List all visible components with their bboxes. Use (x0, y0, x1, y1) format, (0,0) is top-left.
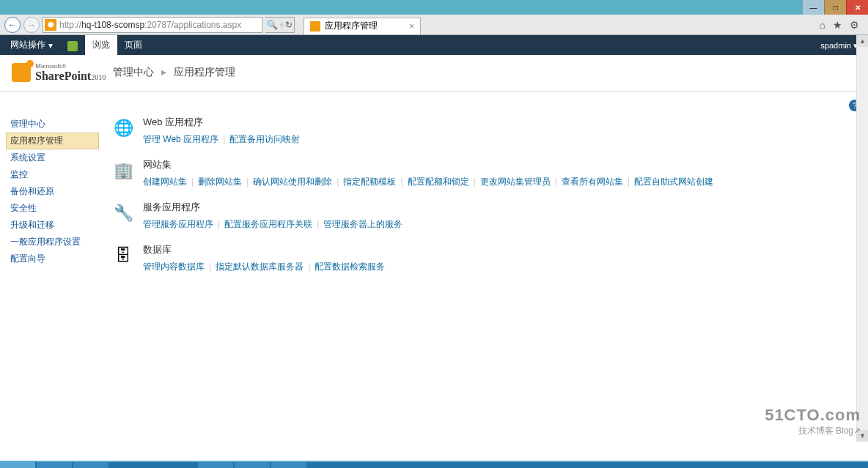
link-separator: | (246, 177, 249, 187)
section-2: 🔧服务应用程序管理服务应用程序|配置服务应用程序关联|管理服务器上的服务 (111, 201, 856, 231)
refresh-icon: ↻ (285, 20, 293, 30)
ribbon-bar: 网站操作▾ 浏览 页面 spadmin ▾ (0, 35, 868, 55)
content: 🌐Web 应用程序管理 Web 应用程序|配置备用访问映射🏢网站集创建网站集|删… (99, 116, 868, 297)
section-link[interactable]: 指定默认数据库服务器 (216, 261, 304, 272)
section-link[interactable]: 更改网站集管理员 (480, 177, 551, 187)
sidebar-item-5[interactable]: 安全性 (6, 200, 99, 217)
titlebar-spacer (0, 0, 802, 15)
sidebar-item-7[interactable]: 一般应用程序设置 (6, 234, 99, 250)
ie-toolbar: ← → ⬢ http://hq-t108-scomsp:20787/applic… (0, 15, 868, 35)
logo-sharepoint: SharePoint (35, 70, 91, 82)
search-refresh[interactable]: 🔍 ▾ ↻ (265, 17, 295, 33)
section-link[interactable]: 查看所有网站集 (562, 177, 623, 187)
section-0: 🌐Web 应用程序管理 Web 应用程序|配置备用访问映射 (111, 116, 856, 146)
breadcrumb-current: 应用程序管理 (174, 66, 235, 78)
taskbar-item[interactable] (198, 462, 233, 468)
address-bar[interactable]: ⬢ http://hq-t108-scomsp:20787/applicatio… (43, 17, 262, 33)
tab-title: 应用程序管理 (325, 20, 378, 32)
sidebar-item-6[interactable]: 升级和迁移 (6, 217, 99, 234)
section-link[interactable]: 管理服务器上的服务 (323, 219, 402, 229)
ie-right-icons: ⌂ ★ ⚙ (820, 19, 864, 31)
divider (0, 92, 868, 92)
breadcrumb-home[interactable]: 管理中心 (113, 66, 154, 78)
sharepoint-glyph-icon (12, 63, 31, 82)
link-separator: | (191, 177, 194, 187)
link-separator: | (336, 177, 339, 187)
link-separator: | (317, 219, 319, 229)
link-separator: | (223, 134, 225, 144)
taskbar-item[interactable] (73, 462, 108, 468)
section-link[interactable]: 配置备用访问映射 (229, 134, 300, 144)
section-link[interactable]: 管理内容数据库 (143, 261, 205, 272)
sidebar: 管理中心应用程序管理系统设置监控备份和还原安全性升级和迁移一般应用程序设置配置向… (0, 116, 99, 297)
page-header: Microsoft® SharePoint2010 管理中心 ▸ 应用程序管理 (0, 55, 868, 92)
logo-year: 2010 (91, 73, 106, 81)
section-title: Web 应用程序 (143, 116, 300, 129)
window-maximize-button[interactable]: □ (824, 0, 846, 15)
section-3: 🗄数据库管理内容数据库|指定默认数据库服务器|配置数据检索服务 (111, 243, 856, 274)
section-link[interactable]: 配置数据检索服务 (315, 261, 385, 272)
sidebar-item-2[interactable]: 系统设置 (6, 149, 99, 166)
window-titlebar: — □ ✕ (0, 0, 868, 15)
section-link[interactable]: 管理 Web 应用程序 (143, 134, 218, 144)
section-icon: 🏢 (111, 158, 136, 183)
section-title: 数据库 (143, 243, 385, 256)
link-separator: | (400, 177, 402, 187)
window-close-button[interactable]: ✕ (846, 0, 868, 15)
section-icon: 🔧 (111, 201, 136, 226)
breadcrumb: 管理中心 ▸ 应用程序管理 (113, 66, 235, 79)
taskbar[interactable] (0, 461, 868, 468)
section-link[interactable]: 配置服务应用程序关联 (224, 219, 312, 229)
home-icon[interactable]: ⌂ (820, 19, 825, 31)
tools-icon[interactable]: ⚙ (850, 19, 859, 31)
browser-tab[interactable]: 应用程序管理 × (304, 18, 421, 35)
favicon-icon: ⬢ (45, 19, 56, 31)
section-link[interactable]: 创建网站集 (143, 177, 187, 187)
link-separator: | (308, 261, 310, 272)
sidebar-item-3[interactable]: 监控 (6, 166, 99, 183)
sharepoint-logo[interactable]: Microsoft® SharePoint2010 (12, 62, 106, 83)
taskbar-start[interactable] (0, 462, 35, 468)
chevron-right-icon: ▸ (161, 66, 166, 78)
section-icon: 🌐 (111, 116, 136, 141)
section-1: 🏢网站集创建网站集|删除网站集|确认网站使用和删除|指定配额模板|配置配额和锁定… (111, 158, 856, 189)
scroll-up-icon[interactable]: ▲ (857, 35, 868, 47)
back-button[interactable]: ← (4, 17, 21, 33)
vertical-scrollbar[interactable]: ▲ ▼ (856, 35, 868, 442)
link-separator: | (628, 177, 630, 187)
navigate-up-icon[interactable] (60, 37, 85, 55)
sidebar-item-0[interactable]: 管理中心 (6, 116, 99, 133)
section-title: 服务应用程序 (143, 201, 402, 214)
section-link[interactable]: 管理服务应用程序 (143, 219, 213, 229)
section-link[interactable]: 确认网站使用和删除 (253, 177, 332, 187)
tab-page[interactable]: 页面 (117, 35, 150, 55)
section-link[interactable]: 配置自助式网站创建 (634, 177, 713, 187)
link-separator: | (218, 219, 220, 229)
url-text: http://hq-t108-scomsp:20787/applications… (59, 20, 241, 30)
favorites-icon[interactable]: ★ (833, 19, 842, 31)
link-separator: | (474, 177, 476, 187)
link-separator: | (209, 261, 211, 272)
section-link[interactable]: 指定配额模板 (343, 177, 396, 187)
tab-browse[interactable]: 浏览 (85, 35, 117, 55)
logo-ms: Microsoft® (35, 62, 106, 70)
section-title: 网站集 (143, 158, 713, 171)
taskbar-item[interactable] (37, 462, 72, 468)
site-actions-menu[interactable]: 网站操作▾ (3, 35, 60, 55)
window-minimize-button[interactable]: — (802, 0, 824, 15)
tab-close-icon[interactable]: × (409, 21, 414, 31)
sidebar-item-1[interactable]: 应用程序管理 (6, 133, 99, 149)
page-body: 管理中心应用程序管理系统设置监控备份和还原安全性升级和迁移一般应用程序设置配置向… (0, 116, 868, 297)
section-icon: 🗄 (111, 243, 136, 268)
search-icon: 🔍 (267, 20, 278, 30)
sidebar-item-4[interactable]: 备份和还原 (6, 183, 99, 200)
section-link[interactable]: 配置配额和锁定 (408, 177, 469, 187)
taskbar-item[interactable] (235, 462, 270, 468)
link-separator: | (555, 177, 557, 187)
watermark: 51CTO.com 技术博客 Blog↗ (765, 406, 861, 437)
tab-favicon-icon (310, 21, 320, 31)
taskbar-item[interactable] (271, 462, 306, 468)
sidebar-item-8[interactable]: 配置向导 (6, 250, 99, 267)
section-link[interactable]: 删除网站集 (198, 177, 242, 187)
forward-button[interactable]: → (23, 17, 40, 33)
